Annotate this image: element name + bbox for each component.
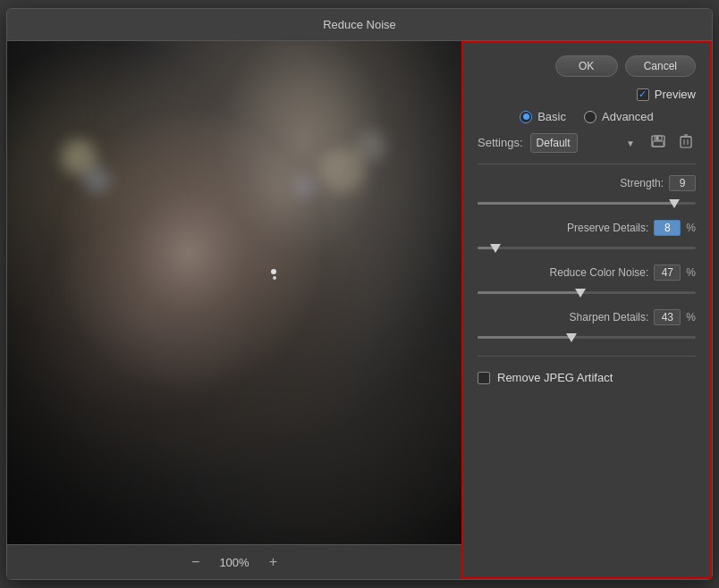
face-overlay bbox=[7, 41, 461, 544]
preview-checkbox[interactable] bbox=[637, 88, 649, 101]
advanced-radio-option[interactable]: Advanced bbox=[584, 110, 654, 123]
reduce-color-noise-thumb[interactable] bbox=[575, 289, 586, 298]
reduce-color-noise-label: Reduce Color Noise: bbox=[550, 266, 649, 279]
trash-icon bbox=[680, 134, 692, 148]
action-buttons: OK Cancel bbox=[478, 55, 696, 77]
reduce-noise-dialog: Reduce Noise − 100% + bbox=[6, 8, 713, 580]
preserve-details-value[interactable]: 8 bbox=[654, 220, 681, 236]
strength-thumb[interactable] bbox=[669, 199, 680, 208]
bokeh-light-2 bbox=[83, 166, 110, 193]
sharpen-details-thumb[interactable] bbox=[566, 333, 577, 342]
basic-radio[interactable] bbox=[520, 111, 532, 123]
sharpen-details-label: Sharpen Details: bbox=[570, 311, 649, 323]
reduce-color-noise-header: Reduce Color Noise: 47 % bbox=[478, 265, 696, 281]
zoom-in-button[interactable]: + bbox=[264, 552, 283, 572]
reduce-color-noise-fill bbox=[478, 291, 580, 294]
dialog-title: Reduce Noise bbox=[7, 9, 712, 41]
strength-value[interactable]: 9 bbox=[669, 175, 696, 191]
remove-artifact-checkbox[interactable] bbox=[478, 372, 490, 384]
right-panel: OK Cancel Preview Basic Advan bbox=[461, 41, 712, 579]
preview-row: Preview bbox=[478, 88, 696, 101]
preserve-details-group: Preserve Details: 8 % bbox=[478, 220, 696, 256]
preserve-details-unit: % bbox=[686, 222, 696, 234]
sharpen-details-group: Sharpen Details: 43 % bbox=[478, 309, 696, 345]
advanced-label: Advanced bbox=[602, 110, 654, 123]
basic-label: Basic bbox=[537, 110, 566, 123]
strength-track bbox=[478, 202, 696, 205]
mode-row: Basic Advanced bbox=[478, 110, 696, 123]
svg-rect-3 bbox=[653, 141, 664, 147]
sharpen-details-slider[interactable] bbox=[478, 329, 696, 345]
reduce-color-noise-value[interactable]: 47 bbox=[654, 265, 681, 281]
advanced-radio[interactable] bbox=[584, 111, 596, 123]
preview-checkbox-wrapper[interactable]: Preview bbox=[637, 88, 696, 101]
remove-artifact-label: Remove JPEG Artifact bbox=[497, 371, 613, 384]
earring bbox=[271, 269, 276, 274]
sharpen-details-header: Sharpen Details: 43 % bbox=[478, 309, 696, 325]
sharpen-details-fill bbox=[478, 336, 571, 339]
save-icon bbox=[651, 135, 665, 147]
reduce-color-noise-slider[interactable] bbox=[478, 284, 696, 300]
reduce-color-noise-group: Reduce Color Noise: 47 % bbox=[478, 265, 696, 300]
ok-button[interactable]: OK bbox=[555, 55, 618, 77]
bokeh-light-5 bbox=[356, 130, 387, 162]
svg-rect-4 bbox=[681, 137, 691, 147]
preview-area: − 100% + bbox=[7, 41, 461, 579]
delete-preset-button[interactable] bbox=[676, 132, 696, 153]
zoom-out-button[interactable]: − bbox=[186, 552, 205, 572]
earring-2 bbox=[273, 276, 276, 280]
preserve-details-label: Preserve Details: bbox=[567, 222, 648, 234]
sharpen-details-value[interactable]: 43 bbox=[654, 309, 681, 325]
preserve-details-thumb[interactable] bbox=[490, 244, 501, 253]
remove-artifact-row: Remove JPEG Artifact bbox=[478, 371, 696, 384]
basic-radio-option[interactable]: Basic bbox=[520, 110, 566, 123]
select-arrow-icon: ▼ bbox=[626, 138, 635, 147]
svg-rect-2 bbox=[656, 137, 659, 140]
strength-group: Strength: 9 bbox=[478, 175, 696, 211]
settings-select[interactable]: Default bbox=[530, 133, 578, 153]
zoom-level: 100% bbox=[219, 556, 249, 569]
divider-2 bbox=[478, 356, 696, 357]
strength-label: Strength: bbox=[620, 177, 664, 189]
sharpen-details-track bbox=[478, 336, 696, 339]
preserve-details-track bbox=[478, 247, 696, 249]
cancel-button[interactable]: Cancel bbox=[625, 55, 696, 77]
settings-select-wrapper: Default ▼ bbox=[530, 133, 640, 153]
strength-header: Strength: 9 bbox=[478, 175, 696, 191]
divider-1 bbox=[478, 164, 696, 164]
preserve-details-header: Preserve Details: 8 % bbox=[478, 220, 696, 236]
dialog-body: − 100% + OK Cancel Preview bbox=[7, 41, 712, 579]
settings-label: Settings: bbox=[478, 136, 523, 149]
preserve-details-slider[interactable] bbox=[478, 239, 696, 256]
preview-bottom: − 100% + bbox=[7, 544, 461, 579]
strength-fill bbox=[478, 202, 674, 205]
preview-image bbox=[7, 41, 461, 544]
reduce-color-noise-unit: % bbox=[686, 266, 696, 279]
settings-row: Settings: Default ▼ bbox=[478, 132, 696, 153]
preview-label: Preview bbox=[655, 88, 696, 101]
strength-slider[interactable] bbox=[478, 195, 696, 211]
sharpen-details-unit: % bbox=[686, 311, 696, 323]
reduce-color-noise-track bbox=[478, 291, 696, 294]
bokeh-light-4 bbox=[293, 175, 316, 197]
save-preset-button[interactable] bbox=[647, 133, 669, 152]
